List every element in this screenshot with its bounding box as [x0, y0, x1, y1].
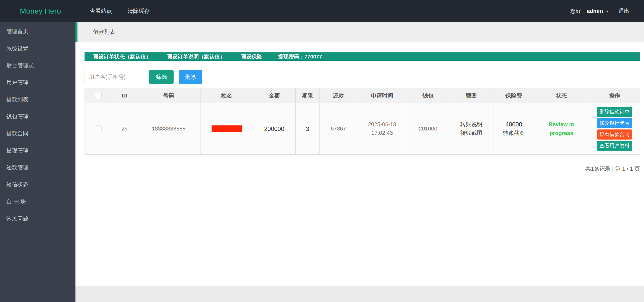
apply-date: 2025-06-18 [357, 120, 407, 129]
sidebar: 管理首页 系统设置 后台管理员 用户管理 借款列表 钱包管理 借款合同 提现管理… [0, 22, 75, 302]
cell-name [200, 103, 253, 155]
greeting-text: 您好， [570, 7, 587, 15]
content: 预设订单状态（默认值） 预设订单说明（默认值） 预设保险 提现密码：770077… [75, 52, 644, 173]
username: admin [587, 8, 603, 14]
top-menu: 查看站点 清除缓存 [90, 7, 150, 15]
insurance-screenshot-link[interactable]: 转账截图 [494, 129, 534, 138]
presets-bar: 预设订单状态（默认值） 预设订单说明（默认值） 预设保险 提现密码：770077 [85, 52, 640, 61]
cell-status: Review in progress [534, 103, 589, 155]
page-title: 借款列表 [93, 28, 115, 36]
withdraw-password-label: 提现密码：770077 [278, 53, 322, 60]
cell-id: 25 [112, 103, 137, 155]
cell-wallet: 201000 [407, 103, 449, 155]
pagination-info: 共1条记录 | 第 1 / 1 页 [85, 165, 640, 173]
cell-term: 3 [296, 103, 320, 155]
breadcrumb: 借款列表 [75, 22, 644, 42]
filter-button[interactable]: 筛选 [149, 70, 174, 84]
cell-select [85, 103, 112, 155]
header-name: 姓名 [200, 88, 253, 103]
cell-amount: 200000 [253, 103, 296, 155]
apply-time: 17:02:43 [357, 129, 407, 137]
main-area: 借款列表 预设订单状态（默认值） 预设订单说明（默认值） 预设保险 提现密码：7… [75, 22, 644, 302]
amount-input[interactable]: 200000 [263, 124, 285, 134]
top-right-area: 您好， admin ▼ 退出 [570, 7, 629, 15]
table-row: 25 18888888888 200000 3 67867 2025-06-18… [85, 103, 640, 155]
header-status: 状态 [534, 88, 589, 103]
sidebar-item-repayments[interactable]: 还款管理 [0, 159, 75, 176]
delete-loan-order-button[interactable]: 删除借款订单 [597, 107, 632, 117]
header-apply-time: 申请时间 [357, 88, 407, 103]
delete-button[interactable]: 删除 [179, 70, 202, 84]
header-select-all [85, 88, 112, 103]
view-loan-contract-button[interactable]: 查看借款合同 [597, 129, 632, 140]
header-amount: 金额 [253, 88, 296, 103]
sidebar-item-users[interactable]: 用户管理 [0, 74, 75, 91]
header-screenshot: 截图 [449, 88, 494, 103]
preset-insurance-link[interactable]: 预设保险 [241, 53, 262, 60]
logout-button[interactable]: 退出 [618, 7, 629, 15]
app-logo[interactable]: Money Hero [20, 7, 60, 15]
search-input[interactable] [85, 70, 147, 84]
transfer-screenshot-link[interactable]: 转账截图 [449, 129, 494, 137]
header-insurance-fee: 保险费 [494, 88, 534, 103]
row-checkbox[interactable] [95, 125, 102, 132]
cell-insurance-fee: 40000 转账截图 [494, 103, 534, 155]
transfer-note-link[interactable]: 转账说明 [449, 120, 494, 129]
sidebar-item-dashboard[interactable]: 管理首页 [0, 23, 75, 40]
header-wallet: 钱包 [407, 88, 449, 103]
name-redacted-block [212, 125, 242, 132]
sidebar-item-system-settings[interactable]: 系统设置 [0, 40, 75, 57]
cell-phone: 18888888888 [137, 103, 200, 155]
cell-actions: 删除借款订单 修改银行卡号 查看借款合同 查看用户资料 [589, 103, 640, 155]
header-term: 期限 [296, 88, 320, 103]
status-badge: Review in progress [544, 120, 578, 138]
term-input[interactable]: 3 [303, 124, 312, 134]
sidebar-item-loan-list[interactable]: 借款列表 [0, 91, 75, 108]
sidebar-item-withdrawals[interactable]: 提现管理 [0, 142, 75, 159]
cell-screenshot: 转账说明 转账截图 [449, 103, 494, 155]
header-actions: 操作 [589, 88, 640, 103]
top-menu-view-site[interactable]: 查看站点 [90, 7, 112, 15]
header-id: ID [112, 88, 137, 103]
footer-strip [75, 286, 644, 302]
user-dropdown[interactable]: 您好， admin ▼ [570, 7, 609, 15]
insurance-fee-input[interactable]: 40000 [494, 120, 534, 129]
search-row: 筛选 删除 [85, 70, 640, 84]
header-repayment: 还款 [320, 88, 357, 103]
cell-repayment: 67867 [320, 103, 357, 155]
loans-table: ID 号码 姓名 金额 期限 还款 申请时间 钱包 截图 保险费 状态 操作 [85, 88, 640, 155]
preset-order-note-link[interactable]: 预设订单说明（默认值） [167, 53, 225, 60]
header-phone: 号码 [137, 88, 200, 103]
sidebar-item-sms-status[interactable]: 短信状态 [0, 176, 75, 193]
sidebar-item-free-blocks[interactable]: 自 由 块 [0, 193, 75, 210]
chevron-down-icon: ▼ [606, 10, 609, 13]
top-bar: Money Hero 查看站点 清除缓存 您好， admin ▼ 退出 [0, 0, 644, 22]
sidebar-item-faq[interactable]: 常见问题 [0, 210, 75, 227]
top-menu-clear-cache[interactable]: 清除缓存 [128, 7, 150, 15]
sidebar-item-wallets[interactable]: 钱包管理 [0, 108, 75, 125]
sidebar-item-admins[interactable]: 后台管理员 [0, 57, 75, 74]
preset-order-status-link[interactable]: 预设订单状态（默认值） [93, 53, 151, 60]
cell-apply-time: 2025-06-18 17:02:43 [357, 103, 407, 155]
edit-bank-card-button[interactable]: 修改银行卡号 [597, 118, 632, 128]
table-header-row: ID 号码 姓名 金额 期限 还款 申请时间 钱包 截图 保险费 状态 操作 [85, 88, 640, 103]
view-user-profile-button[interactable]: 查看用户资料 [597, 141, 632, 151]
sidebar-item-loan-contracts[interactable]: 借款合同 [0, 125, 75, 142]
select-all-checkbox[interactable] [95, 92, 102, 99]
